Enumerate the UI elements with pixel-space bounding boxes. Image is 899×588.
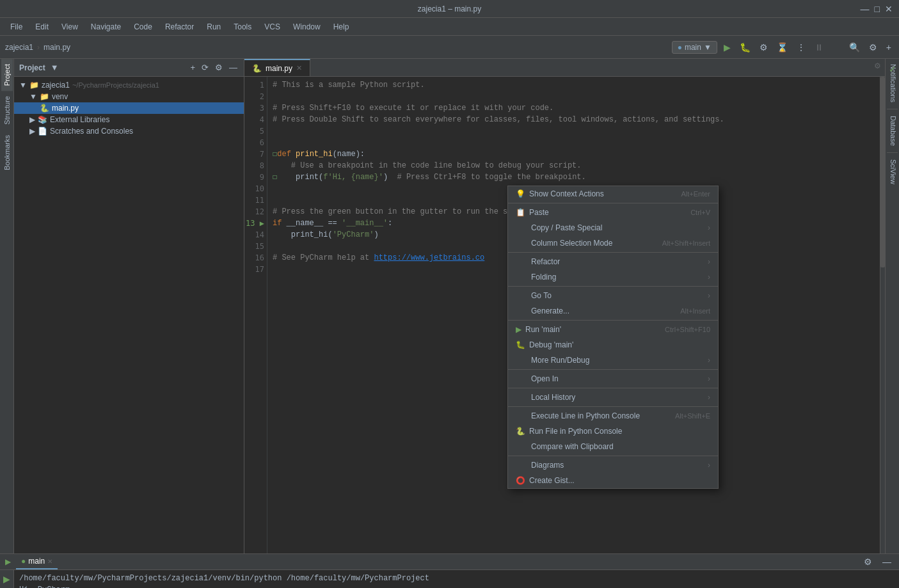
pause-button[interactable]: ⏸ (812, 41, 826, 54)
venv-label: venv (52, 92, 68, 101)
run-content: ▶ ↑ ↓ ■ ↩ ⊞ ≡ ⚙ 🗑 /home/faculty/mw/Pycha… (0, 570, 899, 588)
cm-item-create-gist[interactable]: ⭕Create Gist... (508, 473, 718, 488)
cm-icon-show-context: 💡 (516, 189, 525, 198)
tree-item-venv[interactable]: ▼ 📁 venv (14, 91, 244, 102)
coverage-button[interactable]: ⚙ (757, 41, 770, 54)
menu-item-code[interactable]: Code (129, 20, 157, 34)
menu-item-edit[interactable]: Edit (30, 20, 54, 34)
cm-item-run-main[interactable]: ▶Run 'main'Ctrl+Shift+F10 (508, 322, 718, 337)
cm-item-diagrams[interactable]: Diagrams› (508, 457, 718, 473)
project-sync-icon[interactable]: ⟳ (200, 61, 210, 74)
run-config-selector[interactable]: ● main ▼ (672, 41, 717, 54)
cm-item-refactor[interactable]: Refactor› (508, 254, 718, 269)
sidebar-tab-project[interactable]: Project (1, 59, 13, 91)
project-panel-title: Project (19, 63, 45, 72)
settings-button[interactable]: ⚙ (866, 41, 880, 54)
external-libs-label: External Libraries (50, 115, 109, 124)
menu-item-view[interactable]: View (56, 20, 83, 34)
project-add-icon[interactable]: + (189, 61, 196, 74)
cm-item-label-paste: 📋Paste (516, 208, 549, 217)
cm-item-debug-main[interactable]: 🐛Debug 'main' (508, 337, 718, 353)
cm-item-open-in[interactable]: Open In› (508, 371, 718, 386)
menu-item-tools[interactable]: Tools (228, 20, 257, 34)
run-more-button[interactable]: ⋮ (794, 41, 808, 54)
window-controls: — □ ✕ (861, 4, 893, 14)
cm-arrow-more-run: › (708, 356, 710, 365)
cm-item-generate[interactable]: Generate...Alt+Insert (508, 303, 718, 319)
venv-expand-icon: ▼ (29, 92, 37, 101)
tab-close-icon[interactable]: ✕ (296, 64, 302, 72)
toolbar-add-button[interactable]: + (884, 41, 894, 54)
cm-item-local-history[interactable]: Local History› (508, 390, 718, 405)
cm-label-text-open-in: Open In (531, 374, 559, 383)
editor-tab-main-py[interactable]: 🐍 main.py ✕ (244, 59, 310, 76)
cm-separator (508, 203, 718, 203)
menu-item-window[interactable]: Window (288, 20, 326, 34)
tree-item-root[interactable]: ▼ 📁 zajecia1 ~/PycharmProjects/zajecia1 (14, 79, 244, 91)
cm-item-paste[interactable]: 📋PasteCtrl+V (508, 205, 718, 220)
cm-item-label-debug-main: 🐛Debug 'main' (516, 340, 573, 349)
tree-item-scratches[interactable]: ▶ 📄 Scratches and Consoles (14, 125, 244, 137)
close-button[interactable]: ✕ (885, 4, 893, 14)
project-settings-icon[interactable]: ⚙ (214, 61, 224, 74)
notification-check: ✓ (889, 64, 896, 74)
cm-right-local-history: › (708, 393, 710, 402)
menu-item-vcs[interactable]: VCS (259, 20, 285, 34)
editor-scrollbar[interactable] (880, 77, 885, 553)
cm-item-label-diagrams: Diagrams (516, 461, 564, 470)
cm-item-compare-clipboard[interactable]: Compare with Clipboard (508, 439, 718, 454)
menu-item-help[interactable]: Help (328, 20, 354, 34)
menu-item-file[interactable]: File (5, 20, 28, 34)
cm-right-execute-line: Alt+Shift+E (675, 412, 710, 420)
cm-arrow-local-history: › (708, 393, 710, 402)
cm-item-execute-line[interactable]: Execute Line in Python ConsoleAlt+Shift+… (508, 408, 718, 424)
cm-item-run-file-python[interactable]: 🐍Run File in Python Console (508, 424, 718, 439)
editor-tabs-settings[interactable]: ⚙ (870, 59, 885, 76)
cm-item-folding[interactable]: Folding› (508, 269, 718, 285)
cm-item-label-show-context: 💡Show Context Actions (516, 189, 604, 198)
cm-item-more-run[interactable]: More Run/Debug› (508, 353, 718, 368)
run-panel-run-icon: ▶ (5, 557, 11, 566)
cm-arrow-refactor: › (708, 257, 710, 266)
project-dropdown-icon[interactable]: ▼ (49, 61, 60, 74)
right-sidebar: Notifications Database SciView ✓ (885, 59, 899, 553)
editor-scrollbar-thumb[interactable] (880, 77, 885, 267)
cm-separator (508, 388, 718, 388)
run-tab-icon: ● (21, 557, 26, 566)
menu-item-refactor[interactable]: Refactor (160, 20, 199, 34)
run-restart-btn[interactable]: ▶ (2, 573, 12, 585)
right-tab-sciview[interactable]: SciView (886, 154, 899, 189)
right-tab-database[interactable]: Database (886, 111, 899, 151)
cm-separator (508, 286, 718, 287)
run-button[interactable]: ▶ (721, 41, 733, 54)
run-output-line-2: Hi, PyCharm (19, 584, 894, 588)
sidebar-tab-structure[interactable]: Structure (1, 91, 13, 130)
cm-icon-run-file-python: 🐍 (516, 427, 525, 436)
restore-button[interactable]: □ (875, 4, 880, 14)
debug-button[interactable]: 🐛 (737, 41, 753, 54)
cm-label-text-local-history: Local History (531, 393, 575, 402)
sidebar-tab-bookmarks[interactable]: Bookmarks (1, 130, 13, 175)
run-panel-minimize[interactable]: — (880, 555, 894, 568)
menu-item-navigate[interactable]: Navigate (86, 20, 126, 34)
project-panel: Project ▼ + ⟳ ⚙ — ▼ 📁 zajecia1 ~/Pycharm… (14, 59, 244, 553)
search-button[interactable]: 🔍 (847, 41, 863, 54)
profile-button[interactable]: ⌛ (774, 41, 790, 54)
run-panel-settings[interactable]: ⚙ (861, 555, 875, 568)
tree-item-main-py[interactable]: 🐍 main.py (14, 102, 244, 114)
run-tab-close[interactable]: ✕ (47, 558, 52, 565)
menu-item-run[interactable]: Run (202, 20, 226, 34)
cm-label-text-folding: Folding (531, 273, 556, 282)
cm-item-go-to[interactable]: Go To› (508, 288, 718, 303)
cm-item-column-selection[interactable]: Column Selection ModeAlt+Shift+Insert (508, 235, 718, 251)
cm-arrow-diagrams: › (708, 461, 710, 470)
cm-item-copy-paste-special[interactable]: Copy / Paste Special› (508, 220, 718, 235)
file-breadcrumb: main.py (44, 43, 70, 52)
cm-item-label-run-main: ▶Run 'main' (516, 325, 561, 334)
tree-item-external-libs[interactable]: ▶ 📚 External Libraries (14, 114, 244, 125)
minimize-button[interactable]: — (861, 4, 870, 14)
run-tab-main[interactable]: ● main ✕ (16, 554, 58, 569)
cm-item-show-context[interactable]: 💡Show Context ActionsAlt+Enter (508, 186, 718, 202)
project-breadcrumb: zajecia1 (5, 43, 33, 52)
project-minimize-icon[interactable]: — (228, 61, 239, 74)
